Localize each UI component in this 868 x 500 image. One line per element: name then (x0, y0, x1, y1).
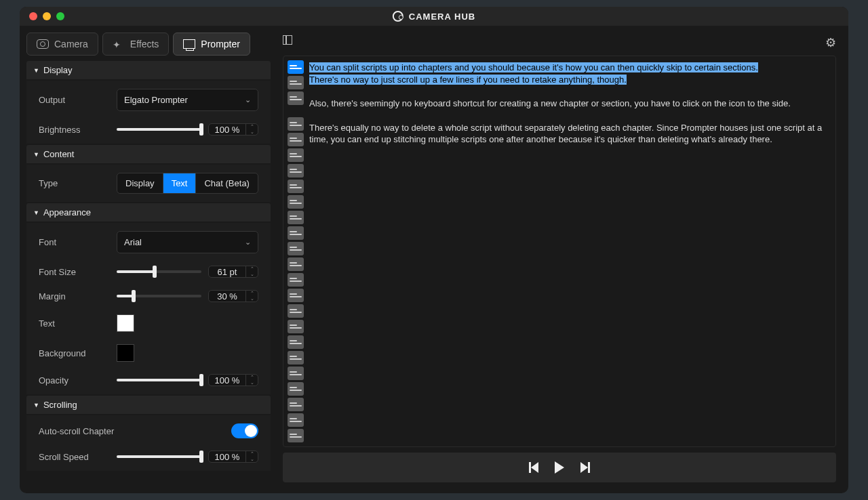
type-option-display[interactable]: Display (117, 173, 163, 193)
output-select[interactable]: Elgato Prompter ⌄ (117, 89, 258, 111)
chapter-icon[interactable] (288, 382, 304, 396)
text-color-swatch[interactable] (117, 314, 134, 332)
chapter-icon[interactable] (288, 273, 304, 287)
auto-scroll-label: Auto-scroll Chapter (39, 426, 224, 436)
chevron-down-icon: ▼ (33, 402, 39, 409)
stepper-down-icon[interactable]: ⌄ (246, 296, 258, 301)
chapter-icon[interactable] (288, 117, 304, 131)
tab-effects[interactable]: Effects (102, 33, 170, 56)
chapter-icon[interactable] (288, 351, 304, 364)
chapter-icon[interactable] (288, 413, 304, 427)
section-header-scrolling[interactable]: ▼ Scrolling (26, 396, 271, 414)
chapter-icon[interactable] (288, 164, 304, 178)
margin-label: Margin (39, 291, 110, 301)
chapter-icon[interactable] (288, 320, 304, 333)
auto-scroll-toggle[interactable] (231, 423, 258, 438)
chapter-icon[interactable] (288, 304, 304, 318)
chapter-icon[interactable] (288, 398, 304, 411)
chapter-icon[interactable] (288, 211, 304, 224)
stepper-down-icon[interactable]: ⌄ (246, 380, 258, 386)
window-titlebar: CAMERA HUB (20, 7, 848, 26)
chapter-icon[interactable] (288, 180, 304, 193)
camera-icon (37, 39, 49, 49)
chapter-icon[interactable] (288, 195, 304, 209)
script-paragraph[interactable]: You can split scripts up into chapters a… (309, 60, 831, 85)
tab-prompter[interactable]: Prompter (173, 33, 250, 56)
opacity-input[interactable]: ⌃⌄ (208, 374, 258, 386)
stepper-down-icon[interactable]: ⌄ (246, 272, 258, 277)
section-header-display[interactable]: ▼ Display (26, 61, 271, 79)
app-title: CAMERA HUB (409, 12, 475, 22)
brightness-input[interactable]: ⌃⌄ (208, 123, 258, 136)
font-size-input[interactable]: ⌃⌄ (208, 266, 258, 278)
brightness-label: Brightness (39, 125, 110, 135)
toggle-sidebar-icon[interactable] (283, 35, 292, 45)
stepper-up-icon[interactable]: ⌃ (246, 375, 258, 380)
chapter-icon[interactable] (288, 60, 304, 74)
chevron-down-icon: ⌄ (245, 238, 251, 247)
chapter-icon[interactable] (288, 76, 304, 89)
window-fullscreen-button[interactable] (56, 12, 64, 20)
background-color-swatch[interactable] (117, 344, 134, 362)
type-option-text[interactable]: Text (163, 173, 197, 193)
stepper-up-icon[interactable]: ⌃ (246, 291, 258, 296)
app-logo-icon (393, 11, 403, 22)
chapter-icon[interactable] (288, 257, 304, 271)
section-header-content[interactable]: ▼ Content (26, 145, 271, 163)
chapter-icon[interactable] (288, 429, 304, 442)
chapter-icon[interactable] (288, 242, 304, 255)
scroll-speed-slider[interactable] (117, 455, 201, 458)
type-option-chat[interactable]: Chat (Beta) (196, 173, 257, 193)
effects-icon (113, 39, 125, 49)
tab-camera[interactable]: Camera (26, 33, 98, 56)
opacity-slider[interactable] (117, 379, 201, 381)
chevron-down-icon: ▼ (33, 67, 39, 74)
prev-chapter-button[interactable] (529, 462, 538, 473)
prompter-icon (183, 39, 195, 49)
play-button[interactable] (555, 461, 564, 474)
font-label: Font (39, 237, 110, 247)
scroll-speed-label: Scroll Speed (39, 452, 110, 462)
background-color-label: Background (39, 348, 110, 358)
brightness-slider[interactable] (117, 128, 201, 131)
script-paragraph[interactable]: Also, there's seemingly no keyboard shor… (309, 96, 831, 110)
chevron-down-icon: ▼ (33, 209, 39, 216)
margin-slider[interactable] (117, 295, 201, 297)
font-size-slider[interactable] (117, 270, 201, 273)
section-header-appearance[interactable]: ▼ Appearance (26, 203, 271, 222)
script-paragraph[interactable]: There's equally no way to delete a whole… (309, 121, 831, 146)
text-color-label: Text (39, 318, 110, 329)
stepper-up-icon[interactable]: ⌃ (246, 451, 258, 457)
next-chapter-button[interactable] (580, 462, 590, 473)
font-size-label: Font Size (39, 267, 110, 277)
chevron-down-icon: ⌄ (245, 96, 251, 104)
stepper-up-icon[interactable]: ⌃ (246, 266, 258, 272)
script-editor[interactable]: You can split scripts up into chapters a… (283, 56, 836, 447)
chapter-icon[interactable] (288, 91, 304, 105)
chapter-icon[interactable] (288, 148, 304, 162)
margin-input[interactable]: ⌃⌄ (208, 290, 258, 302)
font-select[interactable]: Arial ⌄ (117, 231, 258, 253)
playback-bar (283, 453, 836, 482)
chapter-icon[interactable] (288, 289, 304, 302)
stepper-up-icon[interactable]: ⌃ (246, 124, 258, 129)
chapter-icon[interactable] (288, 335, 304, 349)
type-label: Type (39, 178, 110, 188)
chapter-icon[interactable] (288, 367, 304, 380)
stepper-down-icon[interactable]: ⌄ (246, 457, 258, 462)
output-label: Output (39, 95, 110, 105)
chevron-down-icon: ▼ (33, 151, 39, 158)
chapter-icon[interactable] (288, 226, 304, 240)
chapter-icon[interactable] (288, 133, 304, 146)
window-minimize-button[interactable] (43, 12, 51, 20)
opacity-label: Opacity (39, 375, 110, 386)
scroll-speed-input[interactable]: ⌃⌄ (208, 451, 258, 463)
settings-icon[interactable]: ⚙ (825, 35, 836, 50)
window-close-button[interactable] (29, 12, 37, 20)
stepper-down-icon[interactable]: ⌄ (246, 129, 258, 135)
